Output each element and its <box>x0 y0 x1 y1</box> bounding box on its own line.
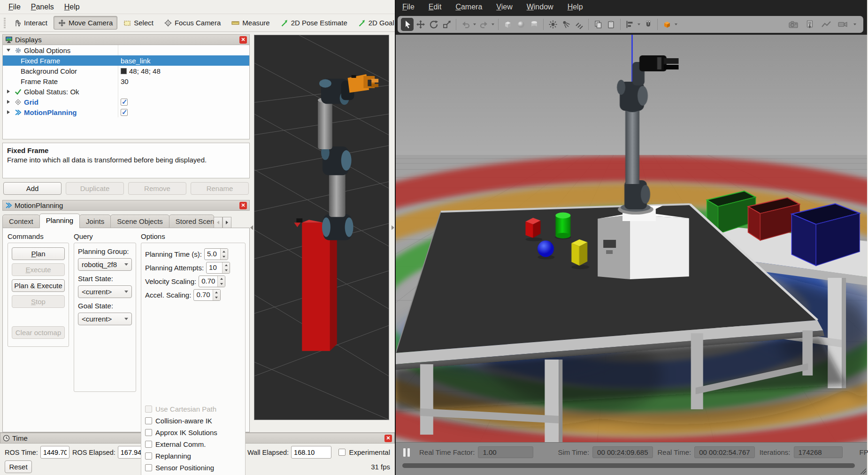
undo-history-dropdown[interactable] <box>472 18 477 31</box>
resize-grip[interactable] <box>860 468 866 474</box>
rviz-menu-panels[interactable]: Panels <box>26 2 59 12</box>
rviz-menu-file[interactable]: File <box>4 2 25 12</box>
interact-tool-button[interactable]: Interact <box>9 16 52 30</box>
video-record-button[interactable] <box>836 18 849 31</box>
gazebo-menu-edit[interactable]: Edit <box>429 3 442 11</box>
splitter-right-arrow[interactable] <box>392 225 394 230</box>
gazebo-menu-help[interactable]: Help <box>568 3 583 11</box>
goal-state-dropdown[interactable]: <current> <box>78 313 132 325</box>
gazebo-menu-window[interactable]: Window <box>527 3 553 11</box>
robot-stand[interactable] <box>598 206 689 279</box>
move-camera-tool-button[interactable]: Move Camera <box>54 16 117 30</box>
select-tool-button[interactable] <box>401 18 414 31</box>
expander-right-icon[interactable] <box>7 100 10 104</box>
fixed-frame-value[interactable]: base_link <box>118 55 249 66</box>
tab-scroll-left-button[interactable] <box>214 217 223 228</box>
toolbar-drag-handle[interactable] <box>4 18 6 28</box>
insert-sphere-button[interactable] <box>515 18 527 31</box>
directional-light-button[interactable] <box>573 18 585 31</box>
motionplanning-panel-header[interactable]: MotionPlanning ✕ <box>2 200 250 211</box>
remove-button[interactable]: Remove <box>128 182 186 195</box>
background-color-value[interactable]: 48; 48; 48 <box>129 67 161 75</box>
tree-row-background-color[interactable]: Background Color 48; 48; 48 <box>3 66 249 76</box>
velocity-scaling-spinbox[interactable]: 0.70 <box>199 276 225 287</box>
accel-scaling-spinbox[interactable]: 0.70 <box>193 289 220 301</box>
copy-button[interactable] <box>591 18 604 31</box>
gazebo-menu-camera[interactable]: Camera <box>455 3 482 11</box>
start-state-dropdown[interactable]: <current> <box>78 285 132 298</box>
log-record-button[interactable] <box>803 18 816 31</box>
plan-button[interactable]: Plan <box>12 247 65 260</box>
time-close-button[interactable]: ✕ <box>384 435 392 442</box>
scale-tool-button[interactable] <box>440 18 453 31</box>
experimental-checkbox[interactable] <box>338 449 346 456</box>
gazebo-3d-view[interactable] <box>396 35 867 442</box>
spot-light-button[interactable] <box>560 18 572 31</box>
pose-estimate-tool-button[interactable]: 2D Pose Estimate <box>276 16 352 30</box>
green-cylinder[interactable] <box>555 213 571 240</box>
tab-scroll-right-button[interactable] <box>223 217 231 228</box>
wall-elapsed-input[interactable] <box>291 446 331 459</box>
motionplanning-close-button[interactable]: ✕ <box>239 202 247 209</box>
tab-context[interactable]: Context <box>2 215 40 228</box>
stop-button[interactable]: Stop <box>12 295 65 308</box>
redo-history-dropdown[interactable] <box>491 18 495 31</box>
snap-tool-button[interactable] <box>642 18 654 31</box>
tree-row-grid[interactable]: Grid <box>3 97 249 107</box>
planning-group-dropdown[interactable]: robotiq_2f8 <box>78 258 132 271</box>
collision-aware-ik-checkbox[interactable] <box>145 417 152 424</box>
frame-rate-value[interactable]: 30 <box>118 76 249 86</box>
sensor-positioning-checkbox[interactable] <box>145 464 152 471</box>
measure-tool-button[interactable]: Measure <box>227 16 274 30</box>
select-tool-button[interactable]: Select <box>119 16 158 30</box>
gazebo-menu-view[interactable]: View <box>496 3 512 11</box>
undo-button[interactable] <box>459 18 472 31</box>
view-angle-dropdown[interactable] <box>674 18 678 31</box>
displays-panel-header[interactable]: Displays ✕ <box>2 34 250 45</box>
paste-button[interactable] <box>605 18 617 31</box>
plan-and-execute-button[interactable]: Plan & Execute <box>12 279 65 292</box>
expander-down-icon[interactable] <box>7 49 10 52</box>
video-format-dropdown[interactable] <box>853 18 857 31</box>
expander-right-icon[interactable] <box>7 110 10 114</box>
replanning-checkbox[interactable] <box>145 452 152 460</box>
redo-button[interactable] <box>477 18 490 31</box>
tab-planning[interactable]: Planning <box>39 214 80 228</box>
tree-row-motionplanning[interactable]: MotionPlanning <box>3 107 249 117</box>
point-light-button[interactable] <box>546 18 559 31</box>
tab-stored-scene[interactable]: Stored Scene <box>169 215 214 228</box>
tree-row-fixed-frame[interactable]: Fixed Frame base_link <box>3 55 249 66</box>
align-tool-button[interactable] <box>623 18 636 31</box>
align-dropdown[interactable] <box>637 18 641 31</box>
plot-tool-button[interactable] <box>820 18 832 31</box>
tab-joints[interactable]: Joints <box>79 215 111 228</box>
tab-scene-objects[interactable]: Scene Objects <box>110 215 169 228</box>
insert-cylinder-button[interactable] <box>528 18 540 31</box>
use-cartesian-path-checkbox[interactable] <box>145 406 152 413</box>
view-angle-button[interactable] <box>661 18 673 31</box>
displays-close-button[interactable]: ✕ <box>239 36 247 44</box>
grid-checkbox[interactable] <box>121 99 128 106</box>
expander-right-icon[interactable] <box>7 90 10 93</box>
planning-time-spinbox[interactable]: 5.0 <box>204 248 228 260</box>
tree-row-global-options[interactable]: Global Options <box>3 45 249 55</box>
splitter-left-arrow[interactable] <box>250 225 253 230</box>
duplicate-button[interactable]: Duplicate <box>66 182 124 195</box>
motionplanning-checkbox[interactable] <box>121 109 128 116</box>
tree-row-frame-rate[interactable]: Frame Rate 30 <box>3 76 249 86</box>
clear-octomap-button[interactable]: Clear octomap <box>12 326 65 339</box>
rename-button[interactable]: Rename <box>191 182 249 195</box>
rviz-3d-view[interactable] <box>254 35 389 420</box>
translate-tool-button[interactable] <box>414 18 427 31</box>
add-button[interactable]: Add <box>3 182 61 195</box>
horizontal-scrollbar[interactable] <box>402 463 860 468</box>
external-comm-checkbox[interactable] <box>145 441 152 448</box>
tree-row-global-status[interactable]: Global Status: Ok <box>3 86 249 97</box>
execute-button[interactable]: Execute <box>12 263 65 276</box>
insert-box-button[interactable] <box>501 18 514 31</box>
rotate-tool-button[interactable] <box>427 18 440 31</box>
approx-ik-solutions-checkbox[interactable] <box>145 429 152 436</box>
gazebo-menu-file[interactable]: File <box>402 3 415 11</box>
focus-camera-tool-button[interactable]: Focus Camera <box>160 16 225 30</box>
pause-button[interactable] <box>403 448 410 457</box>
